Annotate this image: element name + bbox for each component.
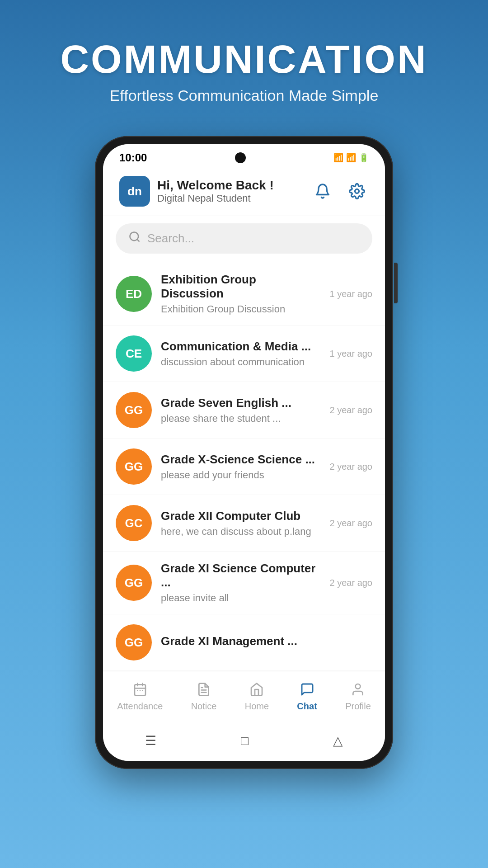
chat-avatar: GG	[116, 624, 152, 660]
home-nav-label: Home	[245, 701, 269, 712]
chat-time: 2 year ago	[329, 405, 372, 415]
search-bar[interactable]: Search...	[116, 223, 372, 254]
chat-name: Communication & Media ...	[161, 340, 320, 354]
hero-subtitle: Effortless Communication Made Simple	[61, 87, 428, 104]
home-button[interactable]: □	[241, 734, 249, 748]
search-icon	[128, 231, 141, 246]
chat-item[interactable]: GG Grade X-Science Science ... please ad…	[103, 439, 385, 495]
nav-item-home[interactable]: Home	[234, 679, 280, 715]
chat-preview: Exhibition Group Discussion	[161, 303, 320, 315]
status-bar: 10:00 📶 📶 🔋	[103, 144, 385, 169]
battery-icon: 🔋	[359, 153, 369, 163]
back-button[interactable]: △	[333, 733, 343, 748]
header-left: dn Hi, Welcome Back ! Digital Nepal Stud…	[119, 176, 274, 207]
chat-nav-label: Chat	[297, 701, 317, 712]
chat-item[interactable]: GG Grade XI Management ...	[103, 614, 385, 671]
notice-icon	[197, 682, 211, 698]
chat-info: Grade XI Management ...	[161, 634, 363, 651]
hero-section: COMMUNICATION Effortless Communication M…	[42, 0, 446, 123]
hero-title: COMMUNICATION	[61, 36, 428, 82]
search-container: Search...	[103, 216, 385, 263]
chat-time: 2 year ago	[329, 518, 372, 528]
chat-name: Grade Seven English ...	[161, 396, 320, 410]
chat-item[interactable]: GC Grade XII Computer Club here, we can …	[103, 495, 385, 552]
user-name: Digital Nepal Student	[157, 193, 274, 204]
bottom-nav: Attendance Notice Home Chat Profile	[103, 671, 385, 726]
chat-info: Grade XI Science Computer ... please inv…	[161, 561, 320, 604]
chat-preview: here, we can discuss about p.lang	[161, 526, 320, 538]
chat-name: Grade XI Management ...	[161, 634, 363, 648]
chat-time: 2 year ago	[329, 578, 372, 588]
chat-avatar: GG	[116, 565, 152, 601]
chat-info: Grade XII Computer Club here, we can dis…	[161, 509, 320, 538]
signal-icon: 📶	[346, 153, 356, 163]
app-header: dn Hi, Welcome Back ! Digital Nepal Stud…	[103, 169, 385, 216]
phone-screen: 10:00 📶 📶 🔋 dn Hi, Welcome Back ! Digita	[103, 144, 385, 761]
chat-name: Grade XI Science Computer ...	[161, 561, 320, 590]
chat-avatar: ED	[116, 276, 152, 312]
chat-time: 1 year ago	[329, 289, 372, 299]
wifi-icon: 📶	[333, 153, 343, 163]
phone-frame: 10:00 📶 📶 🔋 dn Hi, Welcome Back ! Digita	[95, 136, 393, 769]
settings-button[interactable]	[345, 179, 369, 203]
chat-preview: please share the student ...	[161, 413, 320, 425]
chat-name: Exhibition Group Discussion	[161, 273, 320, 301]
chat-list: ED Exhibition Group Discussion Exhibitio…	[103, 263, 385, 671]
android-nav-bar: ☰ □ △	[103, 726, 385, 761]
chat-avatar: GC	[116, 505, 152, 541]
nav-item-chat[interactable]: Chat	[286, 679, 328, 715]
profile-icon	[351, 682, 365, 698]
chat-icon	[300, 682, 314, 698]
phone-wrapper: 10:00 📶 📶 🔋 dn Hi, Welcome Back ! Digita	[95, 136, 393, 769]
camera-notch	[235, 152, 246, 163]
attendance-icon	[133, 682, 147, 698]
nav-item-profile[interactable]: Profile	[334, 679, 382, 715]
chat-time: 1 year ago	[329, 349, 372, 359]
chat-info: Exhibition Group Discussion Exhibition G…	[161, 273, 320, 315]
search-placeholder: Search...	[147, 231, 194, 245]
svg-point-9	[356, 684, 361, 689]
home-icon	[249, 682, 264, 698]
volume-button	[394, 263, 398, 303]
profile-nav-label: Profile	[345, 701, 371, 712]
nav-item-notice[interactable]: Notice	[180, 679, 228, 715]
svg-point-0	[355, 189, 359, 193]
status-time: 10:00	[119, 151, 147, 164]
header-icons	[311, 179, 369, 203]
menu-button[interactable]: ☰	[145, 733, 156, 748]
chat-preview: please invite all	[161, 592, 320, 604]
chat-avatar: GG	[116, 448, 152, 485]
notice-nav-label: Notice	[191, 701, 217, 712]
nav-item-attendance[interactable]: Attendance	[106, 679, 174, 715]
chat-name: Grade X-Science Science ...	[161, 453, 320, 467]
chat-item[interactable]: GG Grade Seven English ... please share …	[103, 382, 385, 439]
attendance-nav-label: Attendance	[117, 701, 163, 712]
header-text: Hi, Welcome Back ! Digital Nepal Student	[157, 178, 274, 204]
chat-time: 2 year ago	[329, 462, 372, 472]
chat-info: Grade Seven English ... please share the…	[161, 396, 320, 425]
chat-item[interactable]: ED Exhibition Group Discussion Exhibitio…	[103, 263, 385, 326]
chat-item[interactable]: GG Grade XI Science Computer ... please …	[103, 552, 385, 614]
status-icons: 📶 📶 🔋	[333, 153, 369, 163]
logo-text: dn	[127, 184, 142, 198]
chat-avatar: GG	[116, 392, 152, 428]
notification-button[interactable]	[311, 179, 334, 203]
chat-name: Grade XII Computer Club	[161, 509, 320, 523]
svg-point-1	[130, 232, 139, 241]
chat-item[interactable]: CE Communication & Media ... discussion …	[103, 326, 385, 382]
app-logo: dn	[119, 176, 150, 207]
welcome-text: Hi, Welcome Back !	[157, 178, 274, 193]
chat-preview: please add your friends	[161, 469, 320, 481]
chat-info: Communication & Media ... discussion abo…	[161, 340, 320, 368]
chat-avatar: CE	[116, 335, 152, 372]
svg-line-2	[137, 239, 139, 241]
chat-preview: discussion about communication	[161, 356, 320, 368]
chat-info: Grade X-Science Science ... please add y…	[161, 453, 320, 481]
